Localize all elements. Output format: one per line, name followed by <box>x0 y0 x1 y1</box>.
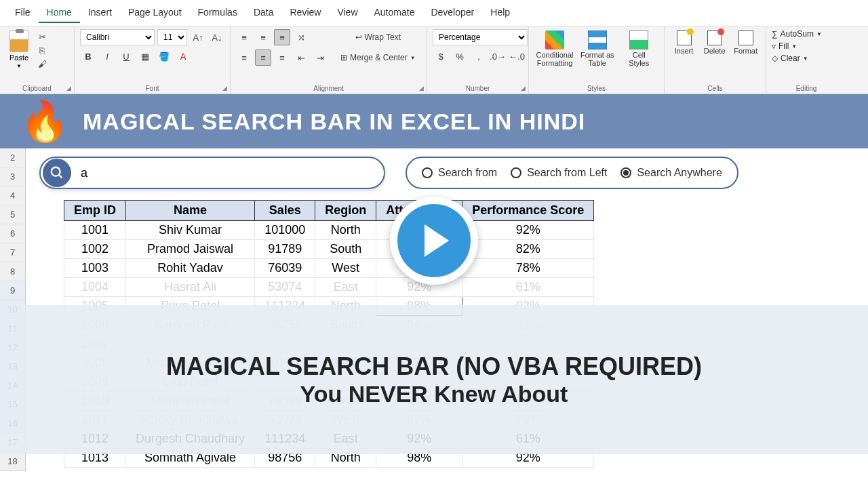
delete-cells-button[interactable]: Delete <box>701 29 728 56</box>
table-cell[interactable]: North <box>315 221 376 240</box>
table-cell[interactable]: Hasrat Ali <box>126 278 255 297</box>
orientation-icon[interactable]: ⤭ <box>293 29 309 45</box>
align-right-icon[interactable]: ≡ <box>274 49 290 66</box>
radio-search-anywhere[interactable]: Search Anywhere <box>620 167 722 179</box>
menu-data[interactable]: Data <box>245 3 282 23</box>
format-cells-button[interactable]: Format <box>731 29 760 56</box>
table-cell[interactable]: 78% <box>462 259 594 278</box>
row-header[interactable]: 9 <box>0 281 25 300</box>
table-header[interactable]: Sales <box>255 201 315 221</box>
row-header[interactable]: 6 <box>0 224 25 243</box>
font-name-select[interactable]: Calibri <box>80 29 155 45</box>
overlay-subtitle: You NEVER Knew About <box>300 381 568 407</box>
menu-automate[interactable]: Automate <box>366 3 423 23</box>
align-left-icon[interactable]: ≡ <box>236 49 252 66</box>
row-header[interactable]: 2 <box>0 148 25 167</box>
radio-search-from[interactable]: Search from <box>422 167 497 179</box>
autosum-button[interactable]: ∑AutoSum▼ <box>772 29 822 39</box>
fill-button[interactable]: ▿Fill▼ <box>772 41 797 51</box>
play-button[interactable] <box>390 197 478 285</box>
table-cell[interactable]: South <box>315 240 376 259</box>
row-header[interactable]: 5 <box>0 205 25 224</box>
cell-styles-button[interactable]: Cell Styles <box>620 29 659 68</box>
align-bottom-icon[interactable]: ≡ <box>274 29 290 45</box>
table-cell[interactable]: 53074 <box>255 278 315 297</box>
align-middle-icon[interactable]: ≡ <box>255 29 271 45</box>
row-header[interactable]: 3 <box>0 167 25 186</box>
decrease-indent-icon[interactable]: ⇤ <box>293 49 309 66</box>
table-cell[interactable]: 1003 <box>64 259 126 278</box>
increase-indent-icon[interactable]: ⇥ <box>312 49 328 66</box>
menu-review[interactable]: Review <box>282 3 330 23</box>
align-top-icon[interactable]: ≡ <box>236 29 252 45</box>
fill-color-icon[interactable]: 🪣 <box>156 48 172 64</box>
italic-button[interactable]: I <box>99 48 115 64</box>
copy-icon[interactable]: ⎘ <box>35 44 49 56</box>
table-cell[interactable]: Pramod Jaiswal <box>126 240 255 259</box>
font-size-select[interactable]: 11 <box>157 29 187 45</box>
increase-font-icon[interactable]: A↑ <box>190 29 206 45</box>
percent-icon[interactable]: % <box>452 48 468 64</box>
table-header[interactable]: Performance Score <box>462 201 594 221</box>
overlay-title: MAGICAL SEARCH BAR (NO VBA REQUIRED) <box>166 352 702 381</box>
font-color-icon[interactable]: A <box>175 48 191 64</box>
table-cell[interactable]: 82% <box>462 240 594 259</box>
table-header[interactable]: Emp ID <box>64 201 126 221</box>
decrease-decimal-icon[interactable]: ←.0 <box>509 48 525 64</box>
number-format-select[interactable]: Percentage <box>433 29 528 45</box>
clear-button[interactable]: ◇Clear▼ <box>772 54 808 63</box>
search-icon[interactable] <box>43 159 71 187</box>
menu-developer[interactable]: Developer <box>422 3 482 23</box>
dialog-launcher-icon[interactable]: ◢ <box>222 85 227 92</box>
format-as-table-button[interactable]: Format as Table <box>578 29 617 68</box>
merge-center-button[interactable]: ⊞Merge & Center▼ <box>336 49 420 66</box>
conditional-formatting-button[interactable]: Conditional Formatting <box>534 29 575 68</box>
underline-button[interactable]: U <box>118 48 134 64</box>
menu-insert[interactable]: Insert <box>80 3 120 23</box>
table-cell[interactable]: 1002 <box>64 240 126 259</box>
table-cell[interactable]: 101000 <box>255 221 315 240</box>
row-header[interactable]: 8 <box>0 262 25 281</box>
increase-decimal-icon[interactable]: .0→ <box>490 48 506 64</box>
decrease-font-icon[interactable]: A↓ <box>209 29 225 45</box>
format-painter-icon[interactable]: 🖌 <box>35 58 49 70</box>
table-cell[interactable]: West <box>315 259 376 278</box>
table-cell[interactable]: Rohit Yadav <box>126 259 255 278</box>
group-font: Calibri 11 A↑ A↓ B I U ▦ 🪣 A Font ◢ <box>75 26 231 94</box>
menu-formulas[interactable]: Formulas <box>190 3 245 23</box>
menu-file[interactable]: File <box>7 3 39 23</box>
insert-cells-button[interactable]: Insert <box>670 29 698 56</box>
table-cell[interactable]: Shiv Kumar <box>126 221 255 240</box>
dialog-launcher-icon[interactable]: ◢ <box>419 85 424 92</box>
paste-button[interactable]: Paste ▼ <box>5 29 33 70</box>
dialog-launcher-icon[interactable]: ◢ <box>521 85 526 92</box>
dialog-launcher-icon[interactable]: ◢ <box>66 85 71 92</box>
table-cell[interactable]: 91789 <box>255 240 315 259</box>
menu-home[interactable]: Home <box>39 3 80 23</box>
align-center-icon[interactable]: ≡ <box>255 49 271 66</box>
comma-icon[interactable]: , <box>471 48 487 64</box>
currency-icon[interactable]: $ <box>433 48 449 64</box>
table-cell[interactable]: 92% <box>462 221 594 240</box>
table-header[interactable]: Name <box>126 201 255 221</box>
group-label: Clipboard <box>0 85 74 92</box>
table-cell[interactable]: 61% <box>462 278 594 297</box>
table-cell[interactable]: East <box>315 278 376 297</box>
radio-search-from-left[interactable]: Search from Left <box>511 167 607 179</box>
row-header[interactable]: 18 <box>0 452 25 471</box>
format-icon <box>738 30 753 45</box>
row-header[interactable]: 7 <box>0 243 25 262</box>
menu-help[interactable]: Help <box>482 3 518 23</box>
menu-view[interactable]: View <box>329 3 366 23</box>
table-cell[interactable]: 1004 <box>64 278 126 297</box>
bold-button[interactable]: B <box>80 48 96 64</box>
menu-pagelayout[interactable]: Page Layout <box>120 3 190 23</box>
table-cell[interactable]: 1001 <box>64 221 126 240</box>
wrap-text-button[interactable]: ↩Wrap Text <box>336 29 420 45</box>
row-header[interactable]: 4 <box>0 186 25 205</box>
table-header[interactable]: Region <box>315 201 376 221</box>
table-cell[interactable]: 76039 <box>255 259 315 278</box>
border-icon[interactable]: ▦ <box>137 48 153 64</box>
cut-icon[interactable]: ✂ <box>35 30 49 43</box>
search-input[interactable] <box>71 166 384 180</box>
